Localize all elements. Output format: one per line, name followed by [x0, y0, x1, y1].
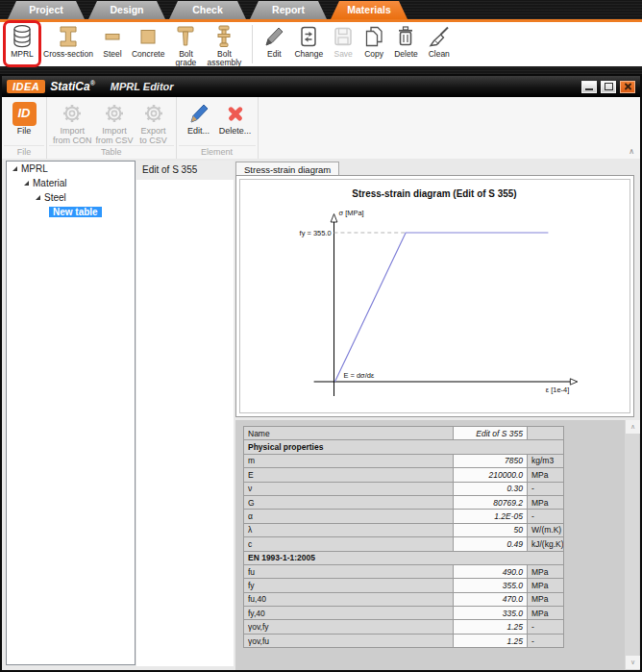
group-element: Edit... Delete... Element: [177, 97, 259, 159]
app-background: Project Design Check Report Materials MP…: [0, 0, 642, 74]
group-table: Importfrom CON Importfrom CSV: [47, 97, 177, 159]
stress-strain-chart: Stress-strain diagram (Edit of S 355) σ …: [240, 180, 630, 412]
mprl-editor-window: IDEA StatiCa® MPRL Editor ID File File: [0, 74, 642, 672]
change-button[interactable]: Change: [289, 22, 328, 66]
close-button[interactable]: [620, 81, 635, 93]
table-row: fu,40470.0MPa: [244, 592, 564, 606]
table-row: λ50W/(m.K): [244, 523, 564, 536]
brand-name: StatiCa®: [50, 80, 95, 93]
tree-item-label: MPRL: [21, 163, 48, 174]
concrete-icon: [137, 23, 159, 50]
table-row: fy,40335.0MPa: [244, 607, 564, 620]
tree-item-mprl[interactable]: MPRL: [7, 162, 135, 176]
table-row: c0.49kJ/(kg.K): [244, 537, 564, 551]
edit-button[interactable]: Edit: [259, 22, 289, 66]
edit-label: Edit: [267, 50, 282, 59]
import-from-con-button[interactable]: Importfrom CON: [53, 100, 92, 145]
red-x-icon: [227, 100, 244, 127]
export-to-csv-button[interactable]: Exportto CSV: [137, 100, 170, 145]
mprl-label: MPRL: [11, 50, 34, 59]
clean-label: Clean: [429, 50, 450, 59]
window-controls: [581, 81, 635, 93]
table-row: NameEdit of S 355: [244, 427, 564, 440]
mprl-tree: MPRL Material Steel New table: [6, 161, 136, 665]
mprl-button[interactable]: MPRL: [6, 22, 38, 66]
minimize-button[interactable]: [581, 81, 597, 93]
element-edit-button[interactable]: Edit...: [183, 100, 215, 137]
cross-section-button[interactable]: Cross-section: [38, 22, 98, 66]
maximize-button[interactable]: [601, 81, 616, 93]
scroll-down-arrow-icon[interactable]: ∨: [626, 656, 640, 669]
change-icon: [298, 23, 319, 50]
editor-content: MPRL Material Steel New table Edit of S …: [2, 159, 640, 670]
cross-section-label: Cross-section: [43, 50, 93, 59]
fy-annotation: fy = 355.0: [300, 229, 332, 237]
steel-button[interactable]: Steel: [98, 22, 127, 66]
table-row: γov,fu1.25-: [244, 634, 564, 647]
copy-button[interactable]: Copy: [358, 22, 389, 66]
tree-item-new-table[interactable]: New table: [7, 205, 135, 219]
trash-icon: [395, 23, 416, 50]
expanded-triangle-icon[interactable]: [36, 195, 40, 200]
diagram-tabstrip: Stress-strain diagram: [235, 160, 339, 175]
tab-project[interactable]: Project: [8, 1, 85, 19]
concrete-label: Concrete: [132, 50, 165, 59]
broom-icon: [428, 23, 451, 50]
list-item-edit-of-s355[interactable]: Edit of S 355: [136, 161, 234, 180]
tree-item-label: Steel: [44, 192, 66, 203]
idea-logo: IDEA: [7, 80, 45, 93]
chart-area: Stress-strain diagram (Edit of S 355) σ …: [239, 179, 630, 413]
y-axis-label: σ [MPa]: [338, 209, 363, 217]
window-titlebar[interactable]: IDEA StatiCa® MPRL Editor: [2, 76, 640, 97]
window-title: MPRL Editor: [111, 81, 174, 92]
group-element-label: Element: [179, 145, 256, 159]
x-axis-label: ε [1e-4]: [546, 386, 569, 394]
expanded-triangle-icon[interactable]: [24, 181, 29, 186]
element-delete-button[interactable]: Delete...: [219, 100, 252, 137]
expanded-triangle-icon[interactable]: [12, 166, 17, 171]
copy-icon: [363, 23, 384, 50]
screen: Project Design Check Report Materials MP…: [0, 0, 642, 672]
tab-materials[interactable]: Materials: [331, 1, 407, 19]
file-id-icon: ID: [12, 102, 37, 126]
scroll-up-arrow-icon[interactable]: ∧: [626, 420, 640, 434]
tab-check[interactable]: Check: [169, 1, 246, 19]
table-row: G80769.2MPa: [244, 495, 564, 509]
collapse-ribbon-chevron-icon[interactable]: ∧: [629, 147, 634, 156]
change-label: Change: [294, 50, 323, 59]
tree-item-steel[interactable]: Steel: [7, 190, 135, 205]
file-button[interactable]: ID File: [8, 100, 40, 137]
stress-strain-chart-panel: Stress-strain diagram (Edit of S 355) σ …: [235, 175, 634, 417]
pencil-icon: [263, 23, 284, 50]
table-row: E210000.0MPa: [244, 468, 564, 482]
tab-stress-strain-diagram[interactable]: Stress-strain diagram: [235, 162, 339, 176]
properties-panel: NameEdit of S 355 Physical properties m7…: [235, 420, 640, 670]
main-tabbar: Project Design Check Report Materials: [8, 1, 407, 19]
save-button[interactable]: Save: [328, 22, 358, 66]
tab-design[interactable]: Design: [88, 1, 165, 19]
bolt-assembly-button[interactable]: Bolt assembly: [202, 22, 246, 66]
table-section-row: Physical properties: [244, 440, 564, 454]
element-edit-label: Edit...: [187, 127, 210, 137]
table-row: fu490.0MPa: [244, 564, 564, 578]
editor-toolbar: ID File File: [2, 97, 640, 160]
import-from-csv-button[interactable]: Importfrom CSV: [96, 100, 134, 145]
tree-item-material[interactable]: Material: [7, 176, 135, 190]
scrollbar-track[interactable]: [625, 420, 639, 670]
clean-button[interactable]: Clean: [423, 22, 456, 66]
gear-icon: [142, 100, 165, 127]
bolt-grade-button[interactable]: Bolt grade: [169, 22, 202, 66]
table-row: m7850kg/m3: [244, 454, 564, 467]
save-icon: [333, 23, 354, 50]
steel-label: Steel: [103, 50, 121, 59]
minimize-icon: [585, 88, 593, 90]
save-label: Save: [333, 50, 352, 59]
tab-report[interactable]: Report: [250, 1, 327, 19]
chart-title: Stress-strain diagram (Edit of S 355): [352, 188, 516, 199]
concrete-button[interactable]: Concrete: [127, 22, 170, 66]
delete-label: Delete: [394, 50, 418, 59]
copy-label: Copy: [364, 50, 383, 59]
table-row: fy355.0MPa: [244, 579, 564, 592]
delete-button[interactable]: Delete: [389, 22, 423, 66]
tree-item-label-selected: New table: [49, 207, 102, 217]
